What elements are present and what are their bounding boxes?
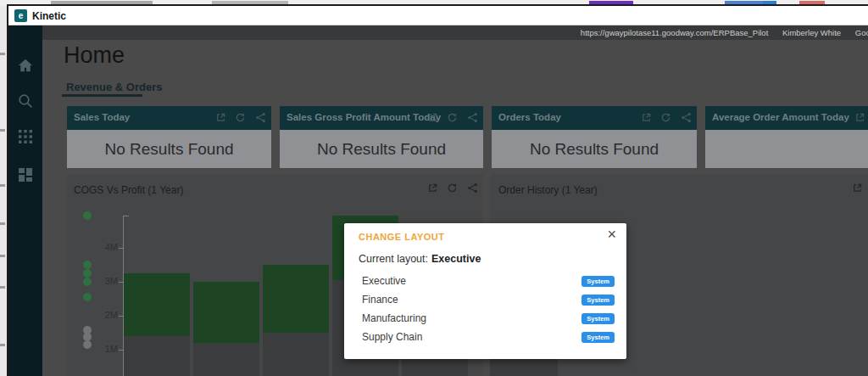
chart-marker-dot-green	[83, 261, 92, 269]
y-axis-tick	[119, 316, 123, 317]
layout-option-label: Executive	[362, 275, 406, 287]
home-icon[interactable]	[18, 58, 33, 73]
y-axis-tick-label: 3M	[87, 276, 118, 286]
bar-segment-profit	[263, 265, 329, 333]
apps-grid-icon[interactable]	[18, 129, 33, 144]
kinetic-logo-icon: e	[14, 9, 27, 22]
kpi-card-body: No Results Found	[280, 130, 483, 168]
background-window-artifact	[0, 184, 5, 187]
chart-marker-dot-green	[83, 293, 92, 301]
kpi-card: Sales TodayNo Results Found	[67, 106, 271, 168]
expand-icon[interactable]	[854, 112, 865, 123]
y-axis-tick	[119, 350, 123, 351]
active-tab-underline	[62, 94, 142, 97]
system-badge: System	[581, 276, 615, 287]
layout-option-row[interactable]: FinanceSystem	[359, 290, 615, 309]
kpi-card: Average Order Amount Today	[705, 106, 868, 168]
company-name-partial: Good	[855, 28, 868, 37]
layout-option-row[interactable]: Supply ChainSystem	[359, 328, 615, 346]
refresh-icon[interactable]	[660, 112, 671, 123]
y-axis-tick-label: 2M	[87, 310, 118, 320]
current-layout-value: Executive	[431, 253, 481, 265]
user-name: Kimberley White	[782, 28, 841, 37]
tab-revenue-orders[interactable]: Revenue & Orders	[66, 81, 162, 93]
bar-segment-cogs	[193, 343, 259, 376]
expand-icon[interactable]	[641, 112, 652, 123]
chart-marker-dot-gray	[83, 340, 92, 349]
expand-icon[interactable]	[427, 182, 438, 194]
order-history-bar-partial	[490, 359, 558, 376]
cogs-panel-title: COGS Vs Profit (1 Year)	[74, 184, 183, 196]
layout-option-row[interactable]: ExecutiveSystem	[359, 272, 615, 290]
system-badge: System	[581, 313, 615, 324]
kpi-card-body	[705, 130, 868, 168]
background-window-artifact	[0, 222, 5, 225]
kpi-card-header: Orders Today	[492, 106, 697, 130]
bar-segment-cogs	[124, 336, 190, 376]
sidebar	[8, 25, 42, 376]
y-axis-tick	[119, 248, 123, 249]
kpi-card-message: No Results Found	[67, 130, 271, 168]
y-axis-tick-label: 1M	[87, 344, 118, 354]
share-icon[interactable]	[467, 112, 478, 123]
kpi-card-body: No Results Found	[492, 130, 697, 168]
screen: e Kinetic https://gwaypilotase11.goodway…	[0, 0, 868, 376]
y-axis-cap	[123, 216, 129, 216]
modal-title: CHANGE LAYOUT	[359, 232, 444, 242]
bar-segment-profit	[193, 282, 259, 343]
share-icon[interactable]	[681, 112, 692, 123]
background-window-artifact	[0, 129, 5, 132]
kpi-card-title: Orders Today	[498, 112, 561, 122]
kpi-card-header: Sales Today	[67, 106, 271, 130]
search-icon[interactable]	[18, 93, 33, 109]
background-window-artifact	[0, 53, 5, 55]
close-icon[interactable]: ×	[607, 227, 616, 242]
background-window-artifact	[0, 286, 5, 289]
layout-option-row[interactable]: ManufacturingSystem	[359, 309, 615, 328]
background-window-artifact	[0, 255, 5, 257]
page-title: Home	[64, 42, 125, 69]
layout-option-label: Manufacturing	[362, 312, 426, 324]
layout-option-label: Supply Chain	[362, 331, 422, 343]
dashboard-tiles-icon[interactable]	[18, 167, 33, 182]
expand-icon[interactable]	[852, 182, 863, 194]
kpi-card: Sales Gross Profit Amount TodayNo Result…	[280, 106, 483, 168]
kpi-card-message: No Results Found	[492, 130, 697, 168]
kpi-card-header: Sales Gross Profit Amount Today	[280, 106, 483, 130]
kpi-card-title: Sales Today	[74, 112, 130, 122]
bar-segment-profit	[124, 273, 190, 336]
kpi-card-title: Sales Gross Profit Amount Today	[287, 112, 441, 122]
window-title-bar	[8, 6, 868, 25]
change-layout-modal: CHANGE LAYOUT × Current layout:Executive…	[344, 223, 626, 359]
chart-marker-dot-green	[83, 269, 92, 278]
y-axis-tick-label: 4M	[87, 242, 118, 252]
refresh-icon[interactable]	[235, 112, 246, 123]
kpi-card-body: No Results Found	[67, 130, 271, 168]
current-layout-line: Current layout:Executive	[359, 253, 481, 265]
system-badge: System	[581, 332, 615, 343]
share-icon[interactable]	[467, 182, 478, 194]
background-window-artifact	[0, 344, 5, 346]
bar-segment-cogs	[263, 333, 329, 376]
kpi-card-message: No Results Found	[280, 130, 483, 168]
kpi-card: Orders TodayNo Results Found	[492, 106, 697, 168]
layout-options-list: ExecutiveSystemFinanceSystemManufacturin…	[359, 272, 615, 346]
chart-marker-dot-green	[83, 278, 92, 286]
background-window-edge	[0, 6, 7, 376]
expand-icon[interactable]	[215, 112, 226, 123]
y-axis-tick	[119, 282, 123, 283]
window-title: Kinetic	[32, 10, 66, 22]
environment-info: https://gwaypilotase11.goodway.com/ERPBa…	[509, 28, 868, 37]
order-history-panel-title: Order History (1 Year)	[498, 184, 598, 196]
kpi-card-header: Average Order Amount Today	[705, 106, 868, 130]
system-badge: System	[581, 295, 615, 306]
environment-url: https://gwaypilotase11.goodway.com/ERPBa…	[581, 28, 768, 37]
kpi-card-title: Average Order Amount Today	[712, 112, 849, 122]
expand-icon[interactable]	[427, 112, 438, 123]
chart-marker-dot-green	[83, 211, 92, 220]
current-layout-label: Current layout:	[359, 253, 428, 265]
share-icon[interactable]	[255, 112, 266, 123]
refresh-icon[interactable]	[447, 112, 458, 123]
refresh-icon[interactable]	[447, 182, 458, 194]
layout-option-label: Finance	[362, 294, 398, 306]
